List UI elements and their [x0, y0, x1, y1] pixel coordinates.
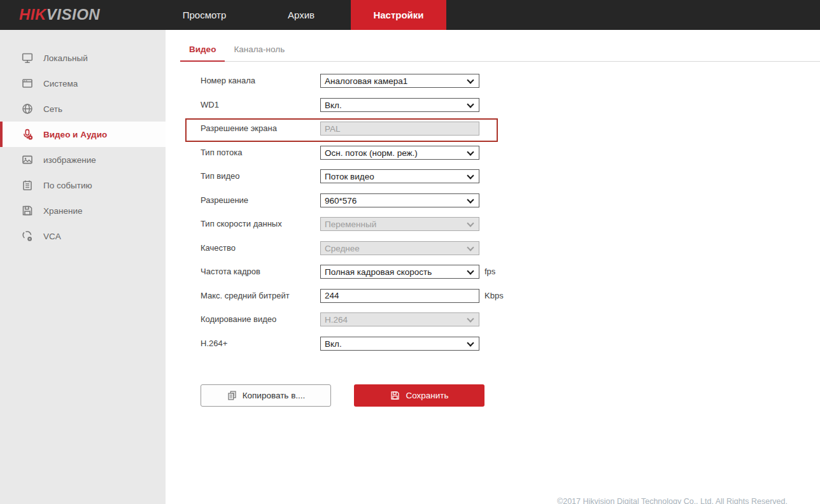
- screen-resolution-input: [320, 122, 479, 136]
- video-type-selected-value: Поток видео: [325, 172, 374, 181]
- globe-icon: [21, 102, 34, 115]
- hikvision-logo: HIKVISION: [19, 6, 100, 24]
- video-type-label: Тип видео: [201, 169, 240, 183]
- nav-tab-view[interactable]: Просмотр: [179, 0, 230, 30]
- event-icon: [21, 179, 34, 192]
- sidebar-item-video-audio[interactable]: Видео и Аудио: [0, 122, 166, 147]
- quality-label: Качество: [201, 241, 236, 255]
- form-row-bitrate-type: Тип скорости данныхПеременный: [166, 217, 820, 231]
- sidebar-item-label: Хранение: [43, 206, 83, 216]
- bitrate-type-label: Тип скорости данных: [201, 217, 282, 231]
- channel-no-label: Номер канала: [201, 74, 255, 88]
- sidebar-item-label: Система: [43, 79, 78, 88]
- form-row-video-encoding: Кодирование видеоH.264: [166, 312, 820, 326]
- form-row-h264-plus: H.264+Вкл.: [166, 337, 820, 351]
- form-row-stream-type: Тип потокаОсн. поток (норм. реж.): [166, 146, 820, 160]
- microphone-icon: [21, 128, 34, 141]
- sidebar: ЛокальныйСистемаСетьВидео и Аудиоизображ…: [0, 30, 166, 504]
- form-row-channel-no: Номер каналаАналоговая камера1: [166, 74, 820, 88]
- chevron-down-icon: [467, 196, 474, 203]
- sidebar-item-local[interactable]: Локальный: [0, 45, 166, 71]
- sidebar-item-storage[interactable]: Хранение: [0, 198, 166, 223]
- sidebar-item-label: По событию: [43, 181, 92, 190]
- sidebar-item-label: изображение: [43, 155, 96, 165]
- sidebar-item-vca[interactable]: VCA: [0, 223, 166, 249]
- tab-video[interactable]: Видео: [180, 39, 225, 62]
- top-bar: HIKVISION ПросмотрАрхивНастройки: [0, 0, 820, 30]
- copy-icon: [227, 390, 237, 401]
- chevron-down-icon: [467, 267, 474, 274]
- resolution-label: Разрешение: [201, 193, 248, 207]
- form-row-screen-resolution: Разрешение экрана: [166, 122, 820, 136]
- vca-icon: [21, 230, 34, 242]
- h264-plus-select[interactable]: Вкл.: [320, 337, 479, 351]
- chevron-down-icon: [467, 244, 474, 251]
- stream-type-select[interactable]: Осн. поток (норм. реж.): [320, 146, 479, 160]
- nav-tab-config[interactable]: Настройки: [351, 0, 446, 30]
- channel-no-selected-value: Аналоговая камера1: [325, 76, 407, 86]
- chevron-down-icon: [467, 148, 474, 155]
- max-bitrate-unit-label: Kbps: [484, 289, 504, 303]
- chevron-down-icon: [467, 220, 474, 227]
- save-button[interactable]: Сохранить: [354, 384, 484, 407]
- bitrate-type-select: Переменный: [320, 217, 479, 231]
- form-row-quality: КачествоСреднее: [166, 241, 820, 255]
- frame-rate-label: Частота кадров: [201, 265, 260, 279]
- copy-to-button-label: Копировать в....: [243, 391, 306, 400]
- chevron-down-icon: [467, 315, 474, 322]
- sidebar-item-label: Видео и Аудио: [43, 130, 107, 139]
- system-icon: [21, 77, 34, 90]
- save-button-label: Сохранить: [406, 391, 448, 400]
- chevron-down-icon: [467, 76, 474, 83]
- wd1-select[interactable]: Вкл.: [320, 98, 479, 112]
- copyright-footer: ©2017 Hikvision Digital Technology Co., …: [557, 497, 788, 504]
- sidebar-item-label: Сеть: [43, 104, 62, 114]
- save-icon: [390, 390, 400, 401]
- chevron-down-icon: [467, 339, 474, 346]
- sidebar-item-event[interactable]: По событию: [0, 172, 166, 198]
- video-type-select[interactable]: Поток видео: [320, 169, 479, 183]
- quality-selected-value: Среднее: [325, 244, 360, 253]
- bitrate-type-selected-value: Переменный: [325, 220, 376, 229]
- content-area: ВидеоКанала-ноль Номер каналаАналоговая …: [166, 30, 820, 504]
- tab-channel-zero[interactable]: Канала-ноль: [225, 39, 293, 62]
- sidebar-item-image[interactable]: изображение: [0, 147, 166, 172]
- max-bitrate-input[interactable]: [320, 289, 479, 303]
- frame-rate-selected-value: Полная кадровая скорость: [325, 267, 432, 277]
- sidebar-item-label: Локальный: [43, 53, 88, 63]
- h264-plus-label: H.264+: [201, 337, 227, 351]
- logo-part-red: HIK: [19, 6, 46, 23]
- h264-plus-selected-value: Вкл.: [325, 339, 342, 349]
- stream-type-label: Тип потока: [201, 146, 243, 160]
- wd1-label: WD1: [201, 98, 219, 112]
- copy-to-button[interactable]: Копировать в....: [201, 384, 331, 407]
- video-encoding-select: H.264: [320, 312, 479, 326]
- sidebar-item-label: VCA: [43, 232, 61, 241]
- image-icon: [21, 153, 34, 166]
- chevron-down-icon: [467, 101, 474, 108]
- sidebar-item-system[interactable]: Система: [0, 71, 166, 96]
- sidebar-item-network[interactable]: Сеть: [0, 96, 166, 122]
- frame-rate-unit-label: fps: [484, 265, 495, 279]
- video-encoding-label: Кодирование видео: [201, 312, 276, 326]
- logo-part-gray: VISION: [46, 6, 100, 23]
- chevron-down-icon: [467, 172, 474, 179]
- stream-type-selected-value: Осн. поток (норм. реж.): [325, 148, 418, 158]
- nav-tab-playback[interactable]: Архив: [271, 0, 331, 30]
- form-row-wd1: WD1Вкл.: [166, 98, 820, 112]
- resolution-select[interactable]: 960*576: [320, 193, 479, 207]
- video-encoding-selected-value: H.264: [325, 315, 348, 325]
- form-row-max-bitrate: Макс. средний битрейтKbps: [166, 289, 820, 303]
- monitor-icon: [21, 52, 34, 64]
- frame-rate-select[interactable]: Полная кадровая скорость: [320, 265, 479, 279]
- form-row-frame-rate: Частота кадровПолная кадровая скоростьfp…: [166, 265, 820, 279]
- wd1-selected-value: Вкл.: [325, 101, 342, 110]
- content-tabs: ВидеоКанала-ноль: [180, 39, 820, 62]
- form-row-video-type: Тип видеоПоток видео: [166, 169, 820, 183]
- form-row-resolution: Разрешение960*576: [166, 193, 820, 207]
- storage-icon: [21, 204, 34, 217]
- resolution-selected-value: 960*576: [325, 196, 357, 206]
- screen-resolution-label: Разрешение экрана: [201, 122, 277, 136]
- max-bitrate-label: Макс. средний битрейт: [201, 289, 290, 303]
- channel-no-select[interactable]: Аналоговая камера1: [320, 74, 479, 88]
